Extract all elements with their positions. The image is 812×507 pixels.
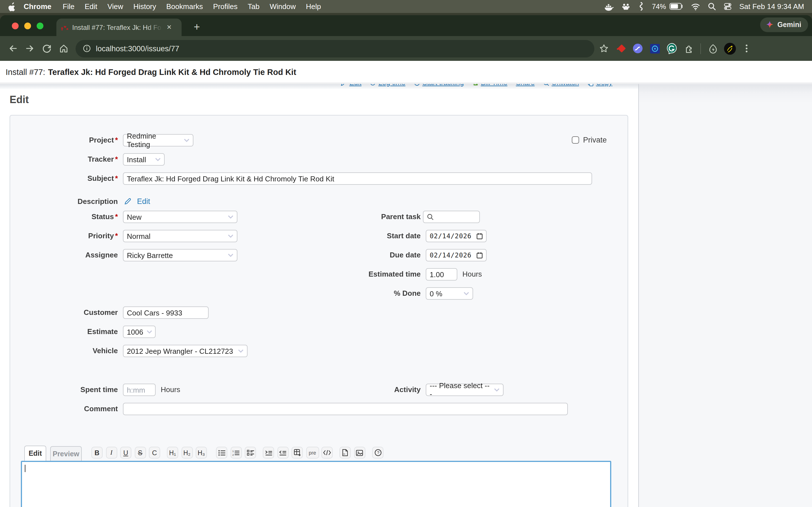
customer-input[interactable]: Cool Cars - 9933 [123, 306, 209, 319]
new-tab-plus-icon[interactable]: + [190, 20, 204, 34]
assignee-select[interactable]: Ricky Barrette [123, 249, 238, 262]
calendar-icon [476, 233, 483, 239]
attach-file-button[interactable]: ∞ [340, 447, 351, 459]
menu-item-edit[interactable]: Edit [80, 2, 102, 11]
profile-avatar[interactable] [721, 40, 738, 57]
extension-red-icon[interactable] [612, 40, 629, 57]
unordered-list-button[interactable] [216, 447, 227, 459]
notes-tab-preview[interactable]: Preview [50, 446, 82, 461]
svg-text:?: ? [377, 450, 379, 455]
activity-select[interactable]: --- Please select --- [426, 384, 504, 396]
forward-icon[interactable] [21, 40, 38, 57]
start-tracking-link[interactable]: Start tracking [414, 84, 464, 87]
gemini-button[interactable]: Gemini [760, 17, 808, 32]
menu-bar-clock[interactable]: Sat Feb 14 9:34 AM [739, 2, 804, 11]
browser-tab[interactable]: Install #77: Teraflex Jk: Hd Fo ✕ [56, 18, 182, 36]
bold-button[interactable]: B [91, 447, 103, 459]
heading-2-button[interactable]: H₂ [181, 447, 193, 459]
home-icon[interactable] [55, 40, 72, 57]
done-ratio-select[interactable]: 0 % [426, 287, 473, 300]
search-icon[interactable] [708, 2, 716, 11]
estimate-label: Estimate [11, 326, 118, 338]
battery-percentage: 74% [652, 3, 666, 10]
status-select[interactable]: New [123, 211, 238, 223]
parent-task-input[interactable] [423, 211, 480, 223]
preformatted-button[interactable]: pre [306, 447, 319, 459]
menu-item-chrome[interactable]: Chrome [18, 2, 57, 11]
insert-table-button[interactable] [292, 447, 303, 459]
menu-dots-icon[interactable] [738, 40, 755, 57]
strikethrough-button[interactable]: S [135, 447, 146, 459]
unwatch-link[interactable]: Unwatch [543, 84, 579, 87]
vehicle-select[interactable]: 2012 Jeep Wrangler - CL212723 [123, 345, 248, 357]
window-zoom-button[interactable] [37, 22, 43, 29]
share-link[interactable]: Share [516, 84, 535, 87]
priority-select[interactable]: Normal [123, 230, 238, 242]
paw-icon[interactable] [621, 2, 630, 11]
issue-edit-link[interactable]: Edit [341, 84, 361, 87]
due-date-input[interactable]: 02/14/2026 [426, 249, 487, 262]
menu-item-help[interactable]: Help [301, 2, 326, 11]
back-icon[interactable] [4, 40, 21, 57]
menu-item-view[interactable]: View [102, 2, 128, 11]
heading-3-button[interactable]: H₃ [196, 447, 207, 459]
indent-button[interactable] [263, 447, 274, 459]
notes-tab-edit[interactable]: Edit [24, 446, 46, 461]
apple-icon[interactable] [8, 2, 16, 11]
menu-item-profiles[interactable]: Profiles [208, 2, 243, 11]
url-text[interactable]: localhost:3000/issues/77 [96, 44, 179, 53]
bookmark-star-icon[interactable] [596, 40, 612, 57]
window-close-button[interactable] [12, 22, 18, 29]
log-time-link[interactable]: Log time [370, 84, 405, 87]
search-icon [427, 214, 434, 220]
subject-input[interactable]: Teraflex Jk: Hd Forged Drag Link Kit & H… [123, 172, 592, 185]
comment-input[interactable] [123, 403, 568, 415]
extension-navy-icon[interactable] [646, 40, 663, 57]
help-button[interactable]: ? [372, 447, 384, 459]
window-minimize-button[interactable] [24, 22, 31, 29]
heading-1-button[interactable]: H₁ [167, 447, 178, 459]
chevron-down-icon [228, 234, 234, 238]
estimate-select[interactable]: 1006 [123, 326, 156, 338]
menu-item-window[interactable]: Window [265, 2, 301, 11]
task-list-button[interactable] [245, 447, 256, 459]
snake-icon[interactable] [638, 2, 645, 11]
issue-title: Teraflex Jk: Hd Forged Drag Link Kit & H… [48, 67, 296, 76]
close-tab-icon[interactable]: ✕ [165, 24, 174, 31]
extension-indigo-icon[interactable] [629, 40, 646, 57]
extensions-puzzle-icon[interactable] [680, 40, 697, 57]
underline-button[interactable]: U [120, 447, 132, 459]
sidebar-empty-area [638, 84, 812, 507]
private-label: Private [583, 134, 607, 147]
insert-image-button[interactable] [354, 447, 365, 459]
control-center-icon[interactable] [723, 2, 732, 11]
chevron-down-icon [228, 215, 234, 219]
project-select[interactable]: Redmine Testing [123, 134, 193, 147]
reload-icon[interactable] [38, 40, 55, 57]
redmine-favicon [61, 26, 68, 31]
code-block-button[interactable] [321, 447, 333, 459]
notes-textarea[interactable] [21, 461, 611, 507]
menu-item-bookmarks[interactable]: Bookmarks [161, 2, 208, 11]
url-bar[interactable]: localhost:3000/issues/77 [75, 40, 594, 57]
copy-link[interactable]: Copy [588, 84, 612, 87]
chevron-down-icon [463, 292, 469, 295]
docker-whale-icon[interactable] [604, 2, 614, 11]
menu-item-tab[interactable]: Tab [243, 2, 265, 11]
menu-item-file[interactable]: File [57, 2, 80, 11]
battery-saver-leaf-icon[interactable] [704, 40, 721, 57]
grammarly-icon[interactable] [663, 40, 680, 57]
description-edit-link[interactable]: Edit [137, 196, 150, 207]
start-date-input[interactable]: 02/14/2026 [426, 230, 487, 242]
estimated-time-input[interactable]: 1.00 [426, 268, 457, 281]
spent-time-input[interactable]: h:mm [123, 384, 156, 396]
italic-button[interactable]: I [106, 447, 117, 459]
tracker-select[interactable]: Install [123, 153, 165, 166]
private-checkbox[interactable] [572, 136, 579, 144]
bill-time-link[interactable]: Bill Time [472, 84, 507, 87]
outdent-button[interactable] [277, 447, 289, 459]
ordered-list-button[interactable]: 12 [231, 447, 242, 459]
menu-item-history[interactable]: History [128, 2, 161, 11]
inline-code-button[interactable]: C [149, 447, 160, 459]
wifi-icon[interactable] [691, 3, 700, 10]
